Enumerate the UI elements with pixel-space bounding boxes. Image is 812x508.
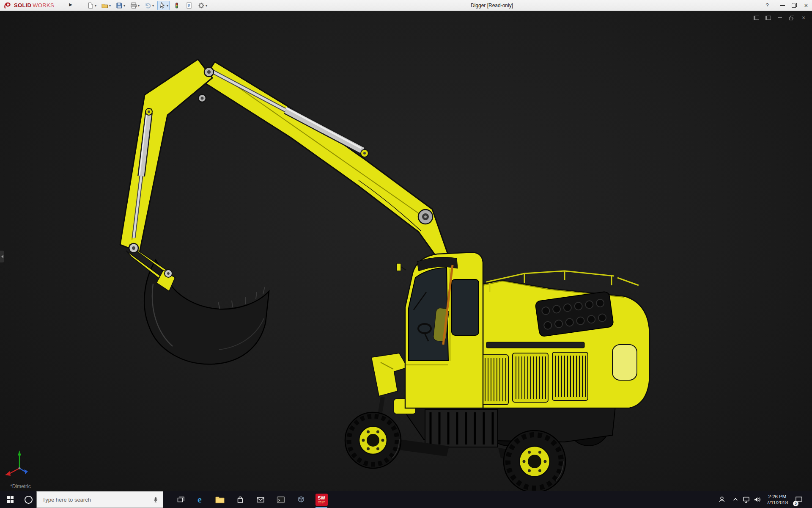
select-cursor-icon <box>159 2 166 9</box>
chevron-up-icon <box>732 496 739 503</box>
solidworks-logo: SOLIDWORKS <box>3 1 54 9</box>
print-icon <box>130 2 137 9</box>
taskbar-clock[interactable]: 2:26 PM 7/11/2018 <box>764 491 791 508</box>
task-view-icon <box>177 496 185 503</box>
close-button[interactable]: × <box>800 0 812 11</box>
clock-date: 7/11/2018 <box>767 500 788 505</box>
dropdown-arrow-icon[interactable]: ▾ <box>138 4 140 8</box>
clock-time: 2:26 PM <box>768 494 787 500</box>
options-gear-icon <box>198 2 205 9</box>
menu-flyout-arrow[interactable]: ▶ <box>68 2 74 7</box>
doc-minimize-icon <box>778 17 782 18</box>
windows-logo-icon <box>7 496 14 503</box>
expand-panel-arrow-icon <box>1 255 3 258</box>
close-icon: × <box>804 2 808 8</box>
titlebar: SOLIDWORKS ▶ ▾ ▾ ▾ ▾ ▾ <box>0 0 812 11</box>
file-explorer-icon <box>215 495 225 504</box>
network-button[interactable] <box>741 491 752 508</box>
dropdown-arrow-icon[interactable]: ▾ <box>152 4 154 8</box>
solidworks-app-icon: SW 2017 <box>315 494 328 506</box>
cab <box>397 252 483 408</box>
save-button[interactable]: ▾ <box>114 1 126 10</box>
options-button[interactable]: ▾ <box>196 1 208 10</box>
people-icon <box>718 495 726 504</box>
brand-text-works: WORKS <box>33 2 54 8</box>
mail-button[interactable] <box>251 491 270 508</box>
side-window <box>452 279 479 335</box>
undo-arrow-icon <box>144 2 152 9</box>
edge-button[interactable]: e <box>190 491 209 508</box>
dropdown-arrow-icon[interactable]: ▾ <box>95 4 96 8</box>
mail-icon <box>256 495 265 504</box>
open-folder-icon <box>101 2 109 9</box>
mirror <box>397 263 401 271</box>
store-button[interactable] <box>231 491 250 508</box>
brand-text-solid: SOLID <box>14 2 31 8</box>
solidworks-swirl-icon <box>3 1 13 9</box>
dropdown-arrow-icon[interactable]: ▾ <box>109 4 111 8</box>
open-button[interactable]: ▾ <box>100 1 112 10</box>
rear-panel-window <box>612 345 637 380</box>
upper-body-housing <box>473 271 650 408</box>
edge-icon: e <box>195 494 205 505</box>
rebuild-button[interactable] <box>172 1 182 10</box>
cortana-button[interactable] <box>21 491 36 508</box>
side-grille <box>473 352 588 405</box>
doc-close-icon: × <box>802 15 805 21</box>
rear-wheel <box>504 431 565 491</box>
microphone-icon <box>152 496 159 503</box>
quick-access-toolbar: ▾ ▾ ▾ ▾ ▾ ▾ <box>85 0 208 11</box>
network-icon <box>742 495 751 504</box>
cube-app-button[interactable] <box>292 491 310 508</box>
console-icon <box>276 495 285 504</box>
featuremanager-collapsed-tab[interactable] <box>0 251 4 262</box>
file-explorer-button[interactable] <box>211 491 229 508</box>
undo-button[interactable]: ▾ <box>143 1 155 10</box>
dropdown-arrow-icon[interactable]: ▾ <box>123 4 125 8</box>
file-properties-button[interactable] <box>184 1 194 10</box>
graphics-area[interactable]: × <box>0 11 812 491</box>
task-view-button[interactable] <box>172 491 190 508</box>
speaker-icon <box>753 496 762 503</box>
search-input[interactable] <box>37 497 152 503</box>
volume-button[interactable] <box>752 491 763 508</box>
boom-cylinder <box>210 70 368 157</box>
orientation-label: *Dimetric <box>10 483 31 489</box>
help-button[interactable]: ? <box>762 0 772 11</box>
start-button[interactable] <box>0 491 20 508</box>
file-properties-icon <box>185 2 193 9</box>
front-wheel <box>345 412 401 468</box>
save-floppy-icon <box>115 2 123 9</box>
document-window-controls: × <box>753 15 807 21</box>
minimize-button[interactable] <box>776 0 788 11</box>
cortana-ring-icon <box>25 496 33 504</box>
print-button[interactable]: ▾ <box>129 1 141 10</box>
store-icon <box>236 495 244 504</box>
people-button[interactable] <box>716 491 727 508</box>
window-title: Digger [Read-only] <box>471 3 513 8</box>
cube-app-icon <box>296 495 306 504</box>
hidden-icons-button[interactable] <box>730 491 741 508</box>
dropdown-arrow-icon[interactable]: ▾ <box>167 4 168 8</box>
select-button[interactable]: ▾ <box>157 1 170 10</box>
viewport-pane-button[interactable] <box>753 15 760 21</box>
microphone-button[interactable] <box>152 496 159 503</box>
doc-restore-icon <box>789 16 794 20</box>
console-app-button[interactable] <box>272 491 290 508</box>
doc-close-button[interactable]: × <box>800 15 807 21</box>
doc-restore-button[interactable] <box>788 15 795 21</box>
restore-button[interactable] <box>788 0 800 11</box>
dropdown-arrow-icon[interactable]: ▾ <box>206 4 207 8</box>
solidworks-window: SOLIDWORKS ▶ ▾ ▾ ▾ ▾ ▾ <box>0 0 812 508</box>
viewport-split-button[interactable] <box>765 15 771 21</box>
split-pane-icon <box>765 16 771 20</box>
doc-minimize-button[interactable] <box>776 15 783 21</box>
solidworks-taskbar-button[interactable]: SW 2017 <box>312 491 331 508</box>
boom <box>202 62 449 262</box>
new-document-icon <box>87 2 94 9</box>
new-document-button[interactable]: ▾ <box>85 1 98 10</box>
pane-icon <box>754 16 759 20</box>
svg-text:e: e <box>198 494 202 505</box>
action-center-button[interactable]: 2 <box>792 491 806 508</box>
excavator-3d-model[interactable] <box>0 11 812 491</box>
